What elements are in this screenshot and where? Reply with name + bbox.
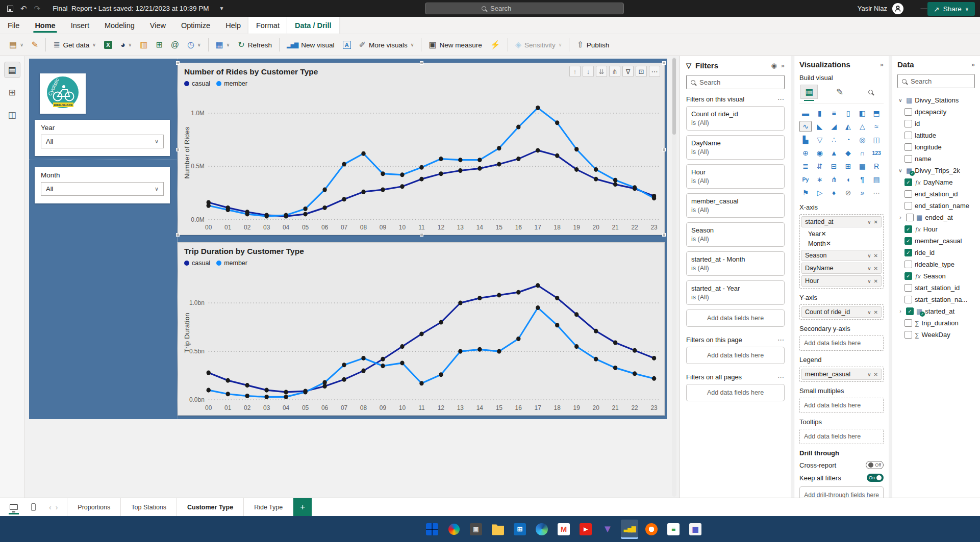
checkbox-unchecked[interactable] (904, 261, 912, 268)
r-script-icon[interactable]: R (870, 161, 883, 172)
desktop-layout-icon[interactable] (8, 502, 19, 513)
toggle-keep-all-filters[interactable]: On (867, 474, 884, 482)
table-row-divvy_stations[interactable]: ∨▦Divvy_Stations (897, 94, 975, 106)
field-row-id[interactable]: id (897, 118, 975, 130)
legend-item-casual[interactable]: casual (184, 260, 210, 267)
microsoft-store-icon[interactable]: ⊞ (511, 520, 529, 539)
more-visual-options-icon[interactable]: ⋯ (870, 187, 883, 198)
100-stacked-column-chart-icon[interactable]: ⬒ (870, 108, 883, 119)
waterfall-chart-icon[interactable]: ▙ (799, 134, 812, 145)
field-well-secondary-y-axis[interactable]: Add data fields here (799, 335, 884, 351)
shape-map-icon[interactable]: ◆ (842, 147, 855, 159)
legend-item-casual[interactable]: casual (184, 80, 210, 87)
mobile-layout-icon[interactable] (28, 502, 39, 513)
power-bi-desktop-icon[interactable]: ▃▅▇ (621, 520, 638, 539)
add-filter-dropzone[interactable]: Add data fields here (686, 309, 785, 327)
selection-handle[interactable] (176, 148, 180, 151)
remove-field-icon[interactable]: ✕ (874, 278, 878, 284)
page-tab-top-stations[interactable]: Top Stations (121, 498, 177, 516)
format-visual-tab[interactable]: ✎ (831, 85, 848, 99)
filter-card-member-casual[interactable]: member_casualis (All) (686, 193, 785, 218)
multi-row-card-icon[interactable]: ≣ (799, 161, 812, 172)
100-stacked-bar-chart-icon[interactable]: ◧ (856, 108, 868, 119)
field-pill-started-at[interactable]: started_at∨✕ (801, 216, 882, 227)
file-explorer-icon[interactable] (489, 520, 507, 539)
paginated-report-icon[interactable]: ▤ (870, 174, 883, 185)
refresh-button[interactable]: ↻Refresh (234, 36, 276, 54)
expand-all-levels-icon[interactable]: ⋔ (609, 66, 620, 77)
scatter-chart-icon[interactable]: ∴ (828, 134, 840, 145)
remove-field-icon[interactable]: ✕ (874, 253, 878, 259)
year-slicer[interactable]: Year All ∨ (35, 120, 170, 156)
expander-icon[interactable]: ∨ (897, 97, 903, 103)
selection-handle[interactable] (662, 148, 666, 151)
line-and-stacked-column-chart-icon[interactable]: ◭ (842, 121, 855, 132)
report-view-icon[interactable]: ▤ (5, 62, 20, 78)
drill-down-icon[interactable]: ↓ (583, 66, 594, 77)
search-icon[interactable] (445, 520, 463, 539)
clustered-bar-chart-icon[interactable]: ≡ (828, 108, 840, 119)
text-box-button[interactable]: A (339, 36, 355, 54)
checkbox-checked[interactable]: ✓ (904, 249, 912, 256)
new-measure-button[interactable]: ▣New measure (424, 36, 486, 54)
checkbox-unchecked[interactable] (904, 108, 912, 116)
funnel-chart-icon[interactable]: ▽ (814, 134, 826, 145)
edge-icon[interactable] (533, 520, 550, 539)
sql-server-button[interactable]: ▥ (136, 36, 152, 54)
field-well-legend[interactable]: member_casual∨✕ (799, 367, 884, 382)
ribbon-chart-icon[interactable]: ≈ (870, 121, 883, 132)
transform-data-button[interactable]: ▦∨ (212, 36, 234, 54)
gmail-icon[interactable]: M (555, 520, 572, 539)
area-chart-icon[interactable]: ◣ (814, 121, 826, 132)
new-visual-button[interactable]: ▂▅▇New visual (283, 36, 339, 54)
field-row-rideable-type[interactable]: rideable_type (897, 259, 975, 270)
selection-handle[interactable] (176, 61, 180, 65)
notes-icon[interactable]: ≡ (665, 520, 682, 539)
field-pill-month[interactable]: Month✕ (800, 239, 883, 248)
table-view-icon[interactable]: ⊞ (5, 85, 20, 100)
save-icon[interactable] (7, 6, 13, 12)
power-bi-datasets-button[interactable]: ◕∨ (116, 36, 136, 54)
checkbox-checked[interactable]: ✓ (904, 178, 912, 186)
filter-card-started-at-year[interactable]: started_at - Yearis (All) (686, 280, 785, 305)
goals-icon[interactable]: ⚑ (799, 187, 812, 198)
build-visual-tab[interactable]: ▦ (800, 85, 818, 99)
recent-sources-button[interactable]: ◷∨ (183, 36, 205, 54)
field-row-start-station-id[interactable]: start_station_id (897, 282, 975, 294)
menu-tab-help[interactable]: Help (218, 17, 248, 34)
filters-search-input[interactable]: Search (686, 75, 785, 89)
field-row-member-casual[interactable]: ✓member_casual (897, 235, 975, 247)
field-pill-dayname[interactable]: DayName∨✕ (801, 263, 882, 274)
checkbox-unchecked[interactable] (904, 132, 912, 139)
expand-next-level-icon[interactable]: ⇊ (596, 66, 607, 77)
avatar[interactable] (892, 3, 903, 14)
drill-up-icon[interactable]: ↑ (569, 66, 581, 77)
pie-chart-icon[interactable]: ◔ (842, 134, 855, 145)
excel-workbook-button[interactable]: X (100, 36, 116, 54)
camera-app-icon[interactable]: ▣ (467, 520, 485, 539)
user-name[interactable]: Yasir Niaz (858, 5, 887, 12)
field-row-end-station-id[interactable]: end_station_id (897, 188, 975, 200)
chevron-down-icon[interactable]: ∨ (867, 219, 871, 225)
selection-handle[interactable] (662, 233, 666, 237)
undo-icon[interactable]: ↶ (20, 4, 27, 13)
previous-page-icon[interactable]: ‹ (47, 503, 54, 511)
decomposition-tree-icon[interactable]: ⋔ (828, 174, 840, 185)
field-row-weekday[interactable]: ∑WeekDay (897, 329, 975, 341)
share-button[interactable]: ↗ Share ∨ (927, 2, 975, 16)
field-row-season[interactable]: ✓ƒxSeason (897, 270, 975, 282)
remove-field-icon[interactable]: ✕ (874, 219, 878, 225)
stacked-column-chart-icon[interactable]: ▮ (814, 108, 826, 119)
slicer-icon[interactable]: ⊟ (828, 161, 840, 172)
menu-tab-data-drill[interactable]: Data / Drill (287, 17, 339, 34)
field-row-hour[interactable]: ✓ƒxHour (897, 223, 975, 235)
title-dropdown-icon[interactable]: ▼ (219, 6, 224, 11)
focus-mode-icon[interactable]: ⊡ (636, 66, 647, 77)
field-row-dayname[interactable]: ✓ƒxDayName (897, 176, 975, 188)
checkbox-unchecked[interactable] (904, 120, 912, 127)
field-row-name[interactable]: name (897, 153, 975, 165)
checkbox-unchecked[interactable] (904, 202, 912, 210)
paste-button[interactable]: ▤∨ (5, 36, 28, 54)
data-search-input[interactable]: Search (897, 74, 975, 88)
collapse-pane-icon[interactable]: » (880, 61, 884, 68)
